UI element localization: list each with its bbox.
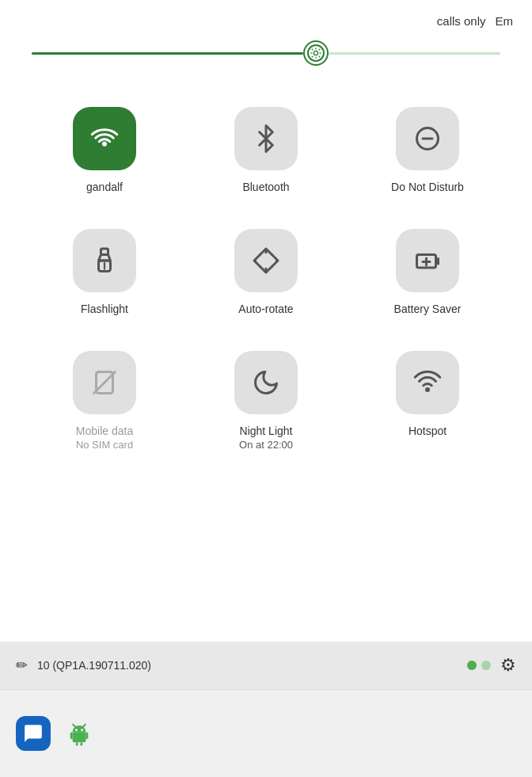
svg-rect-25 [86, 733, 89, 740]
messages-icon [23, 723, 44, 744]
messages-app-icon[interactable] [16, 716, 51, 751]
wifi-icon [90, 124, 119, 153]
brightness-thumb-inner [307, 44, 325, 62]
hotspot-tile-icon [396, 351, 459, 414]
indicator-dots [467, 661, 491, 670]
android-app-icon[interactable] [62, 716, 97, 751]
settings-gear-icon[interactable]: ⚙ [500, 655, 516, 676]
svg-line-6 [319, 56, 320, 57]
tile-hotspot[interactable]: Hotspot [347, 335, 508, 469]
tile-wifi[interactable]: gandalf [24, 91, 185, 213]
edit-icon[interactable]: ✏ [16, 657, 28, 674]
mobile-data-tile-sublabel: No SIM card [76, 439, 133, 451]
tile-flashlight[interactable]: Flashlight [24, 213, 185, 335]
dot-active [467, 661, 477, 670]
calls-only-text: calls only [437, 14, 486, 28]
tile-mobile-data[interactable]: Mobile data No SIM card [24, 335, 185, 469]
mobile-data-tile-label: Mobile data [76, 424, 133, 438]
svg-line-5 [312, 49, 313, 50]
night-light-icon [252, 368, 280, 397]
autorotate-tile-icon [234, 229, 298, 292]
brightness-track-filled [32, 52, 303, 55]
svg-point-19 [425, 387, 430, 392]
bluetooth-icon [252, 124, 280, 153]
svg-point-20 [75, 729, 78, 731]
battery-saver-tile-icon [396, 229, 459, 292]
hotspot-tile-label: Hotspot [408, 424, 446, 438]
mobile-data-icon [90, 368, 119, 397]
svg-line-22 [73, 725, 75, 727]
emergency-text: Em [496, 14, 514, 28]
brightness-track-empty [329, 52, 500, 55]
bottom-dock [0, 689, 532, 777]
bluetooth-tile-label: Bluetooth [242, 180, 289, 194]
dnd-icon [413, 124, 442, 153]
quick-tiles-grid: gandalf Bluetooth Do Not Disturb [0, 83, 532, 478]
hotspot-icon [413, 368, 442, 397]
svg-rect-26 [76, 742, 78, 745]
flashlight-tile-icon [73, 229, 136, 292]
flashlight-icon [90, 246, 119, 275]
tile-night-light[interactable]: Night Light On at 22:00 [185, 335, 347, 469]
battery-saver-tile-label: Battery Saver [394, 302, 462, 316]
dot-inactive [481, 661, 491, 670]
svg-line-23 [83, 725, 86, 727]
svg-rect-24 [70, 733, 73, 740]
night-light-tile-sublabel: On at 22:00 [239, 439, 293, 451]
autorotate-icon [252, 246, 280, 275]
svg-rect-27 [80, 742, 82, 745]
svg-rect-11 [101, 249, 108, 255]
tile-battery-saver[interactable]: Battery Saver [347, 213, 508, 335]
night-light-tile-label: Night Light [240, 424, 293, 438]
dnd-tile-label: Do Not Disturb [391, 180, 464, 194]
tile-bluetooth[interactable]: Bluetooth [185, 91, 347, 213]
autorotate-tile-label: Auto-rotate [238, 302, 293, 316]
version-text: 10 (QP1A.190711.020) [37, 659, 458, 672]
battery-saver-icon [413, 246, 442, 275]
flashlight-tile-label: Flashlight [81, 302, 128, 316]
android-icon [66, 720, 93, 747]
brightness-row[interactable] [0, 36, 532, 83]
bluetooth-tile-icon [234, 107, 298, 170]
brightness-slider[interactable] [32, 42, 500, 64]
svg-line-8 [312, 56, 313, 57]
dnd-tile-icon [396, 107, 459, 170]
quick-settings-panel: calls only Em [0, 0, 532, 689]
night-light-tile-icon [234, 351, 298, 414]
wifi-tile-icon [73, 107, 136, 170]
svg-point-0 [314, 51, 318, 55]
svg-point-21 [81, 729, 83, 731]
tile-autorotate[interactable]: Auto-rotate [185, 213, 347, 335]
svg-line-7 [319, 49, 320, 50]
status-bar: calls only Em [0, 0, 532, 36]
sun-icon [310, 47, 322, 59]
brightness-thumb[interactable] [303, 40, 329, 66]
tile-dnd[interactable]: Do Not Disturb [347, 91, 508, 213]
wifi-tile-label: gandalf [86, 180, 123, 194]
mobile-data-tile-icon [73, 351, 136, 414]
footer-bar: ✏ 10 (QP1A.190711.020) ⚙ [0, 642, 532, 689]
